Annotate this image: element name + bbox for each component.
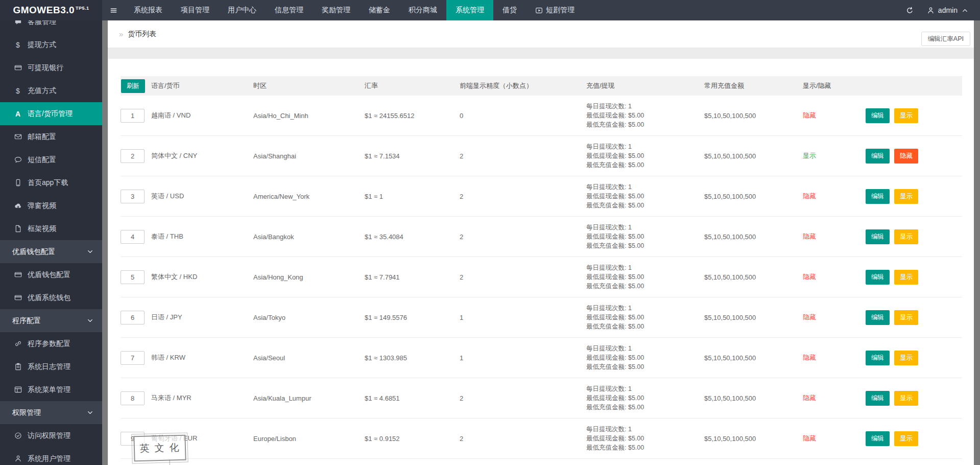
top-menu-item-8[interactable]: 系统管理: [446, 0, 493, 20]
row-rate: $1 ≈ 0.9152: [365, 435, 460, 443]
toggle-visibility-button[interactable]: 显示: [894, 391, 918, 406]
row-precision: 2: [460, 273, 586, 281]
sidebar-item-1[interactable]: 客服管理: [0, 20, 102, 33]
row-rate: $1 ≈ 35.4084: [365, 233, 460, 241]
top-menu-label: 系统报表: [134, 6, 162, 15]
sidebar-item-4[interactable]: $充值方式: [0, 79, 102, 102]
toggle-visibility-button[interactable]: 显示: [894, 108, 918, 123]
sidebar-collapse-button[interactable]: [102, 0, 125, 20]
top-menu-item-9[interactable]: 借贷: [493, 0, 526, 20]
sidebar-item-15[interactable]: 程序参数配置: [0, 332, 102, 355]
sidebar-item-6[interactable]: 邮箱配置: [0, 125, 102, 148]
col-precision: 前端显示精度（小数点）: [460, 81, 586, 90]
sidebar-group-18[interactable]: 权限管理: [0, 401, 102, 424]
sidebar-item-20[interactable]: 系统用户管理: [0, 447, 102, 465]
top-menu-item-6[interactable]: 储蓄金: [360, 0, 399, 20]
col-language: 语言/货币: [151, 81, 253, 90]
row-order-input[interactable]: [121, 351, 145, 365]
row-amounts: $5,10,50,100,500: [704, 152, 803, 160]
top-menu-item-7[interactable]: 积分商城: [399, 0, 446, 20]
sidebar-item-17[interactable]: 系统菜单管理: [0, 378, 102, 401]
limit-line: 每日提现次数: 1: [586, 425, 704, 434]
sidebar-item-7[interactable]: 短信配置: [0, 148, 102, 171]
top-menu-item-4[interactable]: 信息管理: [266, 0, 313, 20]
currency-table-card: 刷新 语言/货币 时区 汇率 前端显示精度（小数点） 充值/提现 常用充值金额 …: [108, 59, 974, 465]
edit-rate-api-button[interactable]: 编辑汇率API: [921, 32, 970, 46]
refresh-table-button[interactable]: 刷新: [121, 79, 145, 93]
edit-button[interactable]: 编辑: [866, 391, 890, 406]
sidebar-item-3[interactable]: 可提现银行: [0, 56, 102, 79]
row-order-input[interactable]: [121, 190, 145, 203]
toggle-visibility-button[interactable]: 显示: [894, 270, 918, 285]
row-language: 英语 / USD: [151, 192, 253, 201]
top-menu-item-5[interactable]: 奖励管理: [313, 0, 360, 20]
edit-button[interactable]: 编辑: [866, 351, 890, 365]
limit-line: 最低提现金额: $5.00: [586, 353, 704, 362]
limit-line: 最低提现金额: $5.00: [586, 192, 704, 201]
row-precision: 2: [460, 233, 586, 241]
sidebar-item-9[interactable]: 弹窗视频: [0, 194, 102, 217]
edit-button[interactable]: 编辑: [866, 189, 890, 204]
toggle-visibility-button[interactable]: 显示: [894, 310, 918, 325]
row-order-input[interactable]: [121, 311, 145, 324]
toggle-visibility-button[interactable]: 显示: [894, 431, 918, 446]
row-limits: 每日提现次数: 1最低提现金额: $5.00最低充值金额: $5.00: [586, 304, 704, 331]
edit-button[interactable]: 编辑: [866, 108, 890, 123]
limit-line: 最低充值金额: $5.00: [586, 201, 704, 210]
edit-button[interactable]: 编辑: [866, 310, 890, 325]
user-menu[interactable]: admin: [927, 6, 969, 14]
status-badge: 显示: [803, 152, 816, 159]
sidebar-item-8[interactable]: 首页app下载: [0, 171, 102, 194]
refresh-page-button[interactable]: [906, 7, 914, 14]
sidebar-item-10[interactable]: 框架视频: [0, 217, 102, 240]
row-order-input[interactable]: [121, 109, 145, 123]
top-menu-item-10[interactable]: 短剧管理: [526, 0, 584, 20]
limit-line: 最低充值金额: $5.00: [586, 403, 704, 412]
status-badge: 隐藏: [803, 111, 816, 119]
lang-icon: A: [14, 110, 22, 118]
sidebar-group-14[interactable]: 程序配置: [0, 309, 102, 332]
row-order-input[interactable]: [121, 230, 145, 244]
sidebar-item-12[interactable]: 优盾钱包配置: [0, 263, 102, 286]
table-row-3: 英语 / USDAmerica/New_York$1 ≈ 12每日提现次数: 1…: [121, 176, 962, 217]
refresh-icon: [906, 7, 914, 14]
limit-line: 最低提现金额: $5.00: [586, 151, 704, 160]
col-amounts: 常用充值金额: [704, 81, 803, 90]
top-menu-item-1[interactable]: 系统报表: [125, 0, 172, 20]
row-amounts: $5,10,50,100,500: [704, 233, 803, 241]
sidebar-item-13[interactable]: 优盾系统钱包: [0, 286, 102, 309]
row-precision: 2: [460, 152, 586, 160]
sidebar-item-2[interactable]: $提现方式: [0, 33, 102, 56]
topbar-right: admin: [906, 0, 980, 20]
status-badge: 隐藏: [803, 273, 816, 281]
top-menu-item-3[interactable]: 用户中心: [219, 0, 266, 20]
edit-button[interactable]: 编辑: [866, 149, 890, 164]
limit-line: 每日提现次数: 1: [586, 102, 704, 111]
sidebar-item-19[interactable]: 访问权限管理: [0, 424, 102, 447]
table-row-5: 繁体中文 / HKDAsia/Hong_Kong$1 ≈ 7.79412每日提现…: [121, 257, 962, 297]
sidebar-group-11[interactable]: 优盾钱包配置: [0, 240, 102, 263]
edit-button[interactable]: 编辑: [866, 270, 890, 285]
row-order-input[interactable]: [121, 270, 145, 284]
edit-button[interactable]: 编辑: [866, 431, 890, 446]
phone-icon: [14, 179, 22, 187]
toggle-visibility-button[interactable]: 显示: [894, 229, 918, 244]
toggle-visibility-button[interactable]: 显示: [894, 351, 918, 365]
sidebar-item-5[interactable]: A语言/货币管理: [0, 102, 102, 125]
sidebar-item-label: 短信配置: [28, 155, 56, 165]
row-status-cell: 显示: [803, 151, 866, 160]
sms-icon: [14, 156, 22, 164]
row-order-input[interactable]: [121, 391, 145, 405]
sidebar-item-16[interactable]: 系统日志管理: [0, 355, 102, 378]
page-scrollbar[interactable]: [974, 20, 980, 465]
row-order-input[interactable]: [121, 149, 145, 163]
toggle-visibility-button[interactable]: 显示: [894, 189, 918, 204]
top-menu-item-2[interactable]: 项目管理: [172, 0, 219, 20]
cloud-icon: [14, 202, 22, 210]
sidebar-item-label: 程序参数配置: [28, 339, 70, 348]
toggle-visibility-button[interactable]: 隐藏: [894, 149, 918, 164]
row-precision: 0: [460, 112, 586, 120]
edit-button[interactable]: 编辑: [866, 229, 890, 244]
limit-line: 最低充值金额: $5.00: [586, 443, 704, 452]
sidebar-scrollbar[interactable]: [102, 20, 108, 465]
